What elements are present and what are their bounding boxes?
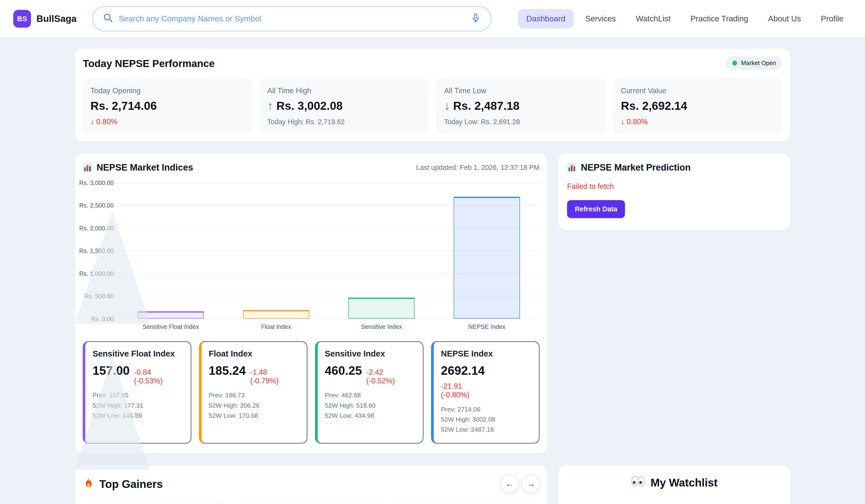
index-52w-low: 52W Low: 170.58: [209, 411, 300, 421]
bar-nepse-index[interactable]: [454, 197, 520, 318]
index-stats: Prev: 2714.06 52W High: 3002.08 52W Low:…: [441, 404, 532, 435]
chart-x-axis: Sensitive Float Index Float Index Sensit…: [118, 323, 540, 330]
index-change: -0.84 (-0.53%): [134, 368, 181, 385]
index-change: -21.91 (-0.80%): [441, 382, 488, 399]
indices-bar-chart: Rs. 3,000.00 Rs. 2,500.00 Rs. 2,000.00 R…: [83, 183, 540, 319]
stat-value-text: Rs. 3,002.08: [276, 99, 343, 113]
stat-label: Today Opening: [91, 86, 244, 95]
stat-change: ↓ 0.80%: [91, 117, 244, 126]
refresh-data-button[interactable]: Refresh Data: [567, 200, 625, 218]
performance-title: Today NEPSE Performance: [83, 58, 782, 69]
brand-logo[interactable]: BS BullSaga: [13, 10, 77, 27]
nav-services[interactable]: Services: [577, 9, 624, 28]
prediction-error-message: Failed to fetch: [567, 182, 781, 191]
stat-label: Current Value: [621, 86, 774, 95]
stat-value-text: Rs. 2,487.18: [453, 99, 519, 113]
indices-panel-title: NEPSE Market Indices: [83, 162, 193, 173]
stat-all-time-high: All Time High ↑ Rs. 3,002.08 Today High:…: [260, 78, 429, 134]
stat-label: All Time Low: [444, 86, 598, 95]
market-indices-panel: NEPSE Market Indices Last updated: Feb 1…: [75, 154, 547, 453]
x-tick: Float Index: [223, 323, 329, 330]
chart-bars: [118, 183, 540, 318]
main-nav: Dashboard Services WatchList Practice Tr…: [518, 9, 852, 28]
market-open-dot-icon: [733, 60, 737, 66]
x-tick: Sensitive Float Index: [118, 323, 223, 330]
previous-button[interactable]: ←: [501, 476, 518, 492]
search-bar[interactable]: [92, 6, 492, 32]
bar-sensitive-float-index[interactable]: [138, 311, 204, 318]
index-52w-low: 52W Low: 434.98: [325, 411, 416, 421]
nav-profile[interactable]: Profile: [812, 9, 852, 28]
chart-plot-area: [118, 183, 540, 319]
index-name: Sensitive Index: [325, 349, 416, 359]
index-prev: Prev: 186.73: [209, 390, 300, 400]
microphone-icon[interactable]: [471, 12, 481, 25]
stat-sub: Today High: Rs. 2,719.62: [267, 118, 421, 126]
nav-about-us[interactable]: About Us: [760, 9, 809, 28]
top-gainers-title-text: Top Gainers: [99, 478, 163, 491]
top-gainers-header: Top Gainers ← →: [83, 476, 540, 492]
indices-title-text: NEPSE Market Indices: [96, 162, 193, 173]
index-name: NEPSE Index: [441, 349, 532, 359]
index-52w-high: 52W High: 3002.08: [441, 414, 532, 424]
stat-value: ↑ Rs. 3,002.08: [267, 99, 421, 113]
y-tick: Rs. 0.00: [91, 315, 114, 323]
market-status-label: Market Open: [741, 60, 776, 67]
stat-all-time-low: All Time Low ↓ Rs. 2,487.18 Today Low: R…: [436, 78, 606, 134]
up-arrow-icon: ↑: [267, 99, 273, 113]
index-prev: Prev: 462.68: [325, 390, 416, 400]
down-arrow-icon: ↓: [444, 99, 450, 113]
y-tick: Rs. 1,500.00: [79, 247, 114, 255]
stat-change: ↓ 0.80%: [621, 117, 774, 126]
stat-value: Rs. 2,692.14: [621, 99, 774, 113]
index-value: 2692.14: [441, 363, 485, 378]
y-tick: Rs. 3,000.00: [79, 179, 114, 186]
index-card-sensitive-float: Sensitive Float Index 157.00 -0.84 (-0.5…: [83, 341, 191, 444]
logo-badge: BS: [13, 10, 31, 27]
search-input[interactable]: [119, 14, 465, 23]
index-stats: Prev: 186.73 52W High: 206.26 52W Low: 1…: [209, 390, 300, 421]
index-value: 185.24: [209, 363, 246, 378]
index-52w-low: 52W Low: 145.59: [93, 411, 183, 421]
stat-value: Rs. 2,714.06: [91, 99, 244, 113]
y-tick: Rs. 1,000.00: [79, 270, 114, 277]
watchlist-title: My Watchlist: [567, 476, 781, 490]
y-tick: Rs. 2,500.00: [79, 202, 114, 209]
index-change: -1.48 (-0.79%): [250, 368, 297, 385]
index-52w-high: 52W High: 177.31: [93, 400, 183, 411]
stat-label: All Time High: [267, 86, 421, 95]
gainers-carousel-nav: ← →: [501, 476, 540, 492]
performance-panel: Today NEPSE Performance Market Open Toda…: [75, 48, 790, 141]
next-button[interactable]: →: [522, 476, 540, 492]
prediction-title: NEPSE Market Prediction: [567, 162, 781, 173]
stat-value: ↓ Rs. 2,487.18: [444, 99, 598, 113]
x-tick: NEPSE Index: [434, 323, 540, 330]
nav-practice-trading[interactable]: Practice Trading: [682, 9, 757, 28]
index-52w-low: 52W Low: 2487.18: [441, 424, 532, 435]
performance-stats: Today Opening Rs. 2,714.06 ↓ 0.80% All T…: [83, 78, 782, 134]
top-header: BS BullSaga Dashboard Services WatchList…: [0, 0, 865, 37]
bottom-row: Top Gainers ← → Active Equity Rs. 205.90: [75, 466, 790, 504]
index-card-nepse: NEPSE Index 2692.14 -21.91 (-0.80%) Prev…: [431, 341, 540, 444]
search-icon: [103, 12, 113, 25]
indices-panel-header: NEPSE Market Indices Last updated: Feb 1…: [83, 162, 540, 173]
index-name: Sensitive Float Index: [93, 349, 183, 359]
chart-y-axis: Rs. 3,000.00 Rs. 2,500.00 Rs. 2,000.00 R…: [83, 183, 118, 319]
stat-current-value: Current Value Rs. 2,692.14 ↓ 0.80%: [613, 78, 782, 134]
watchlist-title-text: My Watchlist: [650, 476, 717, 489]
stat-today-opening: Today Opening Rs. 2,714.06 ↓ 0.80%: [83, 78, 252, 134]
index-card-sensitive: Sensitive Index 460.25 -2.42 (-0.52%) Pr…: [315, 341, 423, 444]
index-change: -2.42 (-0.52%): [367, 368, 413, 385]
fire-icon: [83, 476, 94, 492]
index-value: 460.25: [325, 363, 362, 378]
nav-watchlist[interactable]: WatchList: [627, 9, 679, 28]
bar-float-index[interactable]: [243, 310, 309, 318]
bar-chart-icon: [83, 163, 92, 172]
bar-sensitive-index[interactable]: [348, 298, 415, 318]
page-content: Today NEPSE Performance Market Open Toda…: [75, 48, 790, 504]
prediction-title-text: NEPSE Market Prediction: [581, 162, 691, 173]
watchlist-panel: My Watchlist: [558, 466, 790, 504]
y-tick: Rs. 500.00: [84, 293, 114, 300]
x-tick: Sensitive Index: [329, 323, 434, 330]
nav-dashboard[interactable]: Dashboard: [518, 9, 574, 28]
